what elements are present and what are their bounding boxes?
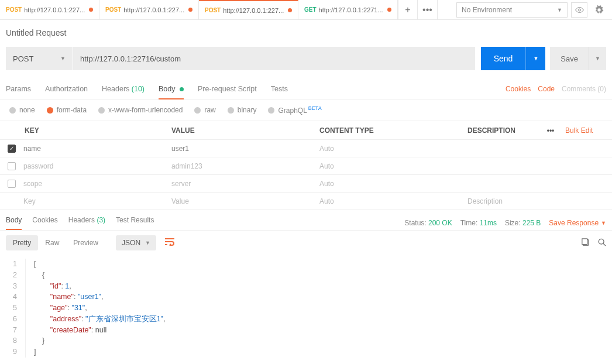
formdata-header: KEY VALUE CONTENT TYPE DESCRIPTION ••• B… xyxy=(0,121,612,140)
ct-cell[interactable]: Auto xyxy=(319,162,467,170)
radio-icon xyxy=(194,107,201,114)
send-button[interactable]: Send ▼ xyxy=(481,47,546,70)
time-block: Time: 11ms xyxy=(460,219,497,227)
formdata-row[interactable]: password admin123 Auto xyxy=(0,157,612,175)
radio-icon xyxy=(268,107,274,114)
key-cell[interactable]: scope xyxy=(23,180,171,188)
value-cell[interactable]: server xyxy=(171,180,319,188)
top-right: No Environment ▼ xyxy=(456,0,612,19)
kv-more-button[interactable]: ••• xyxy=(536,126,565,135)
url-input[interactable] xyxy=(73,47,475,70)
tab-params[interactable]: Params xyxy=(6,79,31,99)
col-value: VALUE xyxy=(171,126,319,135)
bodytype-formdata[interactable]: form-data xyxy=(47,106,87,114)
chevron-down-icon: ▼ xyxy=(145,240,150,246)
request-tab-2[interactable]: POST http://127.0.0.1:227... xyxy=(99,0,199,19)
response-headers-count: (3) xyxy=(97,216,105,224)
tab-headers[interactable]: Headers (10) xyxy=(102,79,145,99)
col-key: KEY xyxy=(23,126,171,135)
status-block: Status: 200 OK xyxy=(404,219,452,227)
format-label: JSON xyxy=(122,239,140,247)
chevron-down-icon: ▼ xyxy=(601,220,606,226)
chevron-down-icon: ▼ xyxy=(557,7,562,13)
env-preview-button[interactable] xyxy=(571,2,587,18)
svg-point-0 xyxy=(578,9,580,11)
formdata-row[interactable]: ✓ name user1 Auto xyxy=(0,140,612,157)
search-response-button[interactable] xyxy=(598,238,606,248)
bodytype-binary[interactable]: binary xyxy=(228,106,257,114)
headers-count: (10) xyxy=(132,85,145,93)
tab-method: POST xyxy=(105,6,121,13)
search-icon xyxy=(598,238,606,246)
tab-body[interactable]: Body xyxy=(159,79,184,99)
send-label: Send xyxy=(481,54,526,63)
response-body[interactable]: 1[ 2 { 3 "id": 1, 4 "name": "user1", 5 "… xyxy=(0,255,612,364)
request-name[interactable]: Untitled Request xyxy=(0,20,612,43)
view-raw[interactable]: Raw xyxy=(38,235,66,250)
radio-icon xyxy=(98,107,105,114)
request-tab-1[interactable]: POST http://127.0.0.1:227... xyxy=(0,0,99,19)
save-button[interactable]: Save ▼ xyxy=(550,47,606,70)
row-checkbox[interactable] xyxy=(8,180,16,188)
value-cell[interactable]: Value xyxy=(171,197,319,205)
comments-link[interactable]: Comments (0) xyxy=(562,85,606,93)
request-tab-3[interactable]: POST http://127.0.0.1:227... xyxy=(199,0,298,19)
save-dropdown[interactable]: ▼ xyxy=(589,47,606,70)
code-link[interactable]: Code xyxy=(538,85,555,93)
method-label: POST xyxy=(13,54,33,63)
response-tab-bar: Body Cookies Headers (3) Test Results St… xyxy=(0,210,612,230)
key-cell[interactable]: Key xyxy=(23,197,171,205)
tab-prerequest[interactable]: Pre-request Script xyxy=(198,79,257,99)
chevron-down-icon: ▼ xyxy=(533,56,538,61)
settings-button[interactable] xyxy=(591,2,607,18)
restab-headers-label: Headers xyxy=(68,216,95,224)
bodytype-urlencoded[interactable]: x-www-form-urlencoded xyxy=(98,106,183,114)
formdata-row[interactable]: scope server Auto xyxy=(0,175,612,193)
key-cell[interactable]: name xyxy=(23,145,171,153)
tab-authorization[interactable]: Authorization xyxy=(45,79,88,99)
view-preview[interactable]: Preview xyxy=(66,235,105,250)
new-tab-button[interactable]: + xyxy=(398,0,418,20)
method-select[interactable]: POST ▼ xyxy=(6,47,73,70)
bodytype-label: GraphQLBETA xyxy=(278,105,321,115)
bodytype-raw[interactable]: raw xyxy=(194,106,215,114)
format-select[interactable]: JSON ▼ xyxy=(116,235,156,250)
restab-body[interactable]: Body xyxy=(6,216,22,230)
tab-method: POST xyxy=(205,7,221,13)
view-pretty[interactable]: Pretty xyxy=(6,235,38,250)
request-tab-4[interactable]: GET http://127.0.0.1:2271... xyxy=(298,0,398,19)
copy-button[interactable] xyxy=(582,238,590,248)
send-dropdown[interactable]: ▼ xyxy=(525,47,545,70)
environment-select[interactable]: No Environment ▼ xyxy=(456,2,568,18)
row-checkbox[interactable] xyxy=(8,162,16,170)
value-cell[interactable]: admin123 xyxy=(171,162,319,170)
ct-cell[interactable]: Auto xyxy=(319,145,467,153)
tab-url: http://127.0.0.1:2271... xyxy=(319,6,385,13)
key-cell[interactable]: password xyxy=(23,162,171,170)
tab-overflow-button[interactable]: ••• xyxy=(418,0,438,20)
save-response-button[interactable]: Save Response ▼ xyxy=(549,219,606,227)
request-sub-tabs: Params Authorization Headers (10) Body P… xyxy=(0,78,612,99)
unsaved-dot-icon xyxy=(188,8,192,12)
restab-tests[interactable]: Test Results xyxy=(116,216,154,230)
bulk-edit-link[interactable]: Bulk Edit xyxy=(565,126,612,135)
wrap-toggle-button[interactable] xyxy=(164,238,175,248)
ct-cell[interactable]: Auto xyxy=(319,180,467,188)
value-cell[interactable]: user1 xyxy=(171,145,319,153)
bodytype-none[interactable]: none xyxy=(9,106,35,114)
row-checkbox[interactable]: ✓ xyxy=(8,145,16,153)
cookies-link[interactable]: Cookies xyxy=(506,85,531,93)
ct-cell[interactable]: Auto xyxy=(319,197,467,205)
gear-icon xyxy=(594,5,604,15)
restab-cookies[interactable]: Cookies xyxy=(32,216,57,230)
bodytype-graphql[interactable]: GraphQLBETA xyxy=(268,105,321,115)
tab-tests[interactable]: Tests xyxy=(271,79,288,99)
bodytype-label: binary xyxy=(238,106,257,114)
tab-body-label: Body xyxy=(159,85,176,93)
svg-point-3 xyxy=(599,239,604,244)
desc-cell[interactable]: Description xyxy=(467,197,612,205)
formdata-row-empty[interactable]: Key Value Auto Description xyxy=(0,193,612,210)
response-view-bar: Pretty Raw Preview JSON ▼ xyxy=(0,230,612,255)
eye-icon xyxy=(575,7,584,13)
restab-headers[interactable]: Headers (3) xyxy=(68,216,105,230)
